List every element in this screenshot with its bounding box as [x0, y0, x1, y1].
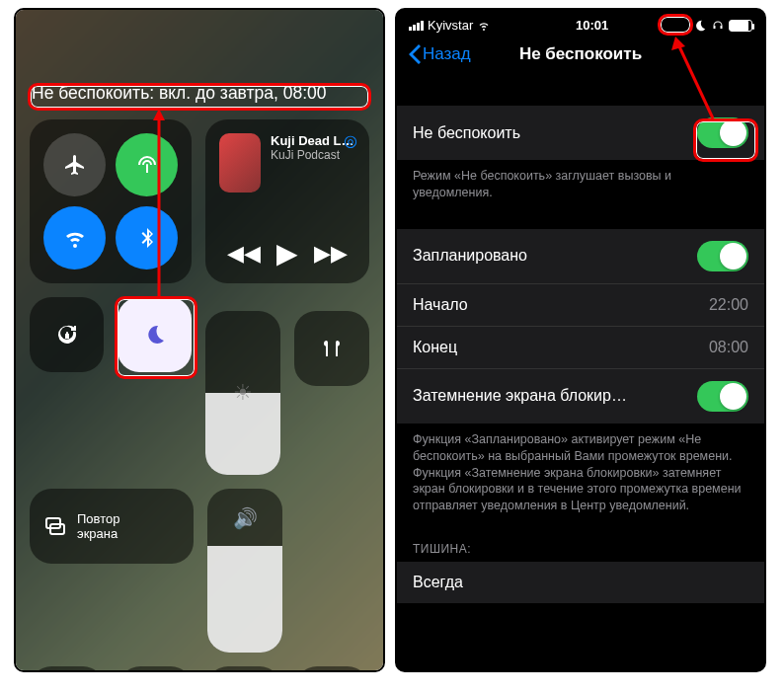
dnd-master-toggle-row[interactable]: Не беспокоить [397, 106, 764, 160]
silence-header: ТИШИНА: [397, 514, 764, 562]
start-row[interactable]: Начало 22:00 [397, 283, 764, 326]
scheduled-row[interactable]: Запланировано [397, 229, 764, 283]
connectivity-panel[interactable] [30, 119, 192, 283]
dim-toggle[interactable] [697, 381, 748, 412]
start-value: 22:00 [709, 296, 748, 314]
airplane-toggle[interactable] [43, 133, 106, 196]
dnd-status-icon [693, 19, 707, 33]
nav-title: Не беспокоить [519, 44, 642, 64]
status-time: 10:01 [576, 18, 608, 33]
screen-mirror-label: Повтор экрана [77, 511, 119, 541]
lock-rotation-icon [55, 323, 79, 347]
cellular-toggle[interactable] [116, 133, 178, 196]
airpods-icon [320, 337, 344, 360]
dnd-master-footer: Режим «Не беспокоить» заглушает вызовы и… [397, 160, 764, 201]
scheduled-label: Запланировано [413, 247, 527, 265]
forward-button[interactable]: ▶▶ [314, 241, 348, 267]
volume-slider[interactable]: 🔊 [207, 489, 282, 653]
flashlight-button[interactable] [30, 666, 105, 672]
wifi-toggle[interactable] [43, 206, 106, 270]
back-label: Назад [423, 44, 471, 64]
back-button[interactable]: Назад [409, 44, 471, 64]
dnd-master-toggle[interactable] [697, 117, 748, 148]
status-bar: Kyivstar 10:01 [397, 10, 764, 37]
dim-label: Затемнение экрана блокир… [413, 387, 627, 405]
media-subtitle: KuJi Podcast [271, 148, 355, 162]
end-row[interactable]: Конец 08:00 [397, 326, 764, 368]
screen-mirror-icon [43, 514, 67, 538]
media-panel[interactable]: ◎ Kuji Dead Liv... KuJi Podcast ◀◀ ▶ ▶▶ [205, 119, 369, 283]
chevron-left-icon [409, 44, 421, 64]
carrier-name: Kyivstar [428, 18, 473, 33]
battery-icon [729, 20, 752, 32]
scheduled-toggle[interactable] [697, 241, 748, 271]
screen-mirror-button[interactable]: Повтор экрана [30, 489, 194, 564]
dim-row[interactable]: Затемнение экрана блокир… [397, 368, 764, 424]
dnd-status-text: Не беспокоить: вкл. до завтра, 08:00 [30, 83, 369, 104]
timer-button[interactable] [118, 666, 194, 672]
cellular-icon [135, 153, 159, 177]
media-artwork [219, 133, 261, 193]
camera-button[interactable] [295, 666, 370, 672]
bluetooth-icon [135, 226, 159, 250]
bluetooth-toggle[interactable] [116, 206, 178, 270]
moon-icon [143, 323, 167, 347]
dnd-toggle[interactable] [118, 297, 192, 372]
scheduled-footer: Функция «Запланировано» активирует режим… [397, 424, 764, 514]
airplay-icon[interactable]: ◎ [344, 131, 357, 150]
airpods-button[interactable] [294, 311, 369, 386]
dnd-master-label: Не беспокоить [413, 124, 520, 142]
sun-icon: ☀ [233, 380, 253, 406]
silence-always-label: Всегда [413, 574, 463, 591]
rewind-button[interactable]: ◀◀ [227, 241, 261, 267]
silence-always-row[interactable]: Всегда [397, 562, 764, 603]
brightness-slider[interactable]: ☀ [205, 311, 280, 475]
orientation-lock[interactable] [30, 297, 104, 372]
wifi-status-icon [477, 20, 491, 32]
wifi-icon [63, 226, 87, 250]
signal-icon [409, 21, 424, 31]
volume-icon: 🔊 [233, 506, 258, 530]
airplane-icon [63, 153, 87, 177]
end-value: 08:00 [709, 339, 748, 356]
calculator-button[interactable] [206, 666, 281, 672]
end-label: Конец [413, 339, 457, 356]
headphones-icon [711, 20, 725, 32]
play-button[interactable]: ▶ [276, 237, 298, 270]
start-label: Начало [413, 296, 468, 314]
